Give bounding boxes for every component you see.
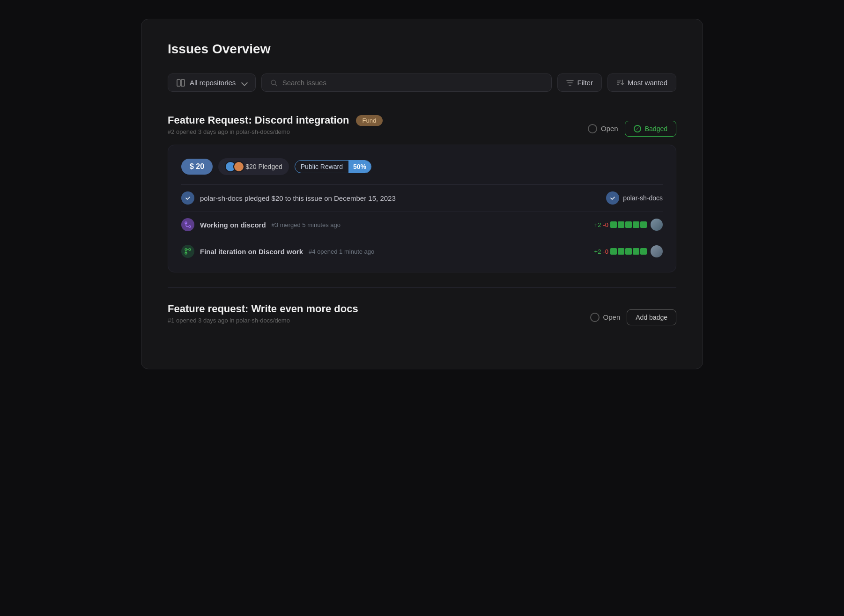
diff-block [633,221,639,228]
pledge-text: polar-sh-docs pledged $20 to this issue … [200,194,396,202]
org-avatar-pledge [181,191,194,205]
diff-block [633,248,639,255]
diff-add-2: +2 [594,248,601,255]
issue-header-1: Feature Request: Discord integration Fun… [168,114,676,143]
pledge-top-1: $ 20 $20 Pledged Public Reward 50% [181,158,663,175]
svg-point-5 [609,194,616,202]
search-bar[interactable] [261,73,551,92]
issue-meta-1: #2 opened 3 days ago in polar-sh-docs/de… [168,128,383,135]
repo-selector-label: All repositories [190,79,236,87]
issue-header-2: Feature request: Write even more docs #1… [168,303,676,331]
open-label-2: Open [603,313,621,321]
pr-row-1: Working on discord #3 merged 5 minutes a… [181,212,663,238]
badged-label-1: Badged [645,125,667,132]
svg-point-10 [189,249,191,250]
diff-block [640,221,647,228]
diff-blocks-2 [610,248,647,255]
public-reward-text: Public Reward [295,161,348,173]
add-badge-label: Add badge [636,314,667,321]
diff-stats-1: +2 -0 [594,221,647,228]
pledge-org-row: polar-sh-docs pledged $20 to this issue … [181,185,663,212]
filter-button[interactable]: Filter [557,73,602,92]
pr-title-2: Final iteration on Discord work [200,248,303,256]
issue-title-area-2: Feature request: Write even more docs #1… [168,303,358,331]
user-avatar-1 [651,219,663,231]
open-label-1: Open [601,125,618,132]
pledge-row-left: polar-sh-docs pledged $20 to this issue … [181,191,396,205]
public-reward-pct: 50% [348,161,371,173]
chevron-down-icon [241,79,248,86]
pr-merged-icon [181,218,194,231]
issue-title-2: Feature request: Write even more docs [168,303,358,315]
issue-actions-2: Open Add badge [590,309,676,325]
filter-icon [566,79,574,87]
pr-title-1: Working on discord [200,221,266,229]
pr-row-right-2: +2 -0 [594,245,663,257]
repo-selector[interactable]: All repositories [168,73,256,92]
pledge-row-org-name: polar-sh-docs [623,194,663,202]
pr-row-left-1: Working on discord #3 merged 5 minutes a… [181,218,341,231]
issue-card-1: Feature Request: Discord integration Fun… [168,114,676,272]
diff-block [618,248,624,255]
svg-point-4 [184,194,192,202]
badged-button-1[interactable]: ✓ Badged [625,121,676,137]
diff-add-1: +2 [594,221,601,228]
pledge-row-right: polar-sh-docs [606,191,663,205]
pledged-label: $20 Pledged [245,163,282,170]
dollar-amount: $ 20 [190,162,204,171]
issue-title-row-2: Feature request: Write even more docs [168,303,358,315]
sort-button[interactable]: Most wanted [607,73,676,92]
diff-remove-1: -0 [603,221,608,228]
open-status-2: Open [590,313,621,322]
pr-row-right-1: +2 -0 [594,219,663,231]
issue-title-area-1: Feature Request: Discord integration Fun… [168,114,383,143]
diff-block [640,248,647,255]
open-status-1: Open [588,124,618,133]
diff-stats-2: +2 -0 [594,248,647,255]
pr-row-2: Final iteration on Discord work #4 opene… [181,238,663,264]
divider [168,287,676,288]
diff-blocks-1 [610,221,647,228]
pr-number-status-1: #3 merged 5 minutes ago [272,221,341,228]
svg-point-7 [189,226,191,227]
fund-badge-1: Fund [356,115,383,126]
diff-block [618,221,624,228]
add-badge-button[interactable]: Add badge [627,309,676,325]
dollar-badge: $ 20 [181,159,213,175]
pledged-pill: $20 Pledged [218,158,289,175]
avatar-orange [233,161,244,172]
open-circle-icon-2 [590,313,600,322]
check-circle-icon: ✓ [634,125,641,132]
diff-block [610,221,617,228]
public-reward-pill: Public Reward 50% [295,160,371,173]
pr-open-icon [181,245,194,258]
diff-block [625,221,632,228]
filter-label: Filter [577,79,593,87]
svg-line-3 [275,84,277,86]
toolbar: All repositories Filter Most wanted [168,73,676,92]
issue-card-2: Feature request: Write even more docs #1… [168,303,676,331]
page-title: Issues Overview [168,42,676,57]
sort-label: Most wanted [628,79,667,87]
issue-meta-2: #1 opened 3 days ago in polar-sh-docs/de… [168,317,358,324]
book-icon [177,79,185,87]
issue-actions-1: Open ✓ Badged [588,121,676,137]
user-avatar-2 [651,245,663,257]
sort-icon [616,79,624,87]
pledge-panel-1: $ 20 $20 Pledged Public Reward 50% [168,145,676,272]
avatar-stack [225,161,242,172]
issue-title-row-1: Feature Request: Discord integration Fun… [168,114,383,126]
diff-block [625,248,632,255]
page-container: Issues Overview All repositories Filter [141,19,703,369]
svg-rect-1 [181,80,185,86]
pr-row-left-2: Final iteration on Discord work #4 opene… [181,245,374,258]
svg-rect-0 [177,80,180,86]
search-icon [270,79,277,87]
search-input[interactable] [282,79,543,87]
diff-remove-2: -0 [603,248,608,255]
pr-number-status-2: #4 opened 1 minute ago [309,248,374,255]
diff-block [610,248,617,255]
issue-title-1: Feature Request: Discord integration [168,114,349,126]
pledge-rows: polar-sh-docs pledged $20 to this issue … [181,184,663,264]
org-avatar-right [606,191,619,205]
